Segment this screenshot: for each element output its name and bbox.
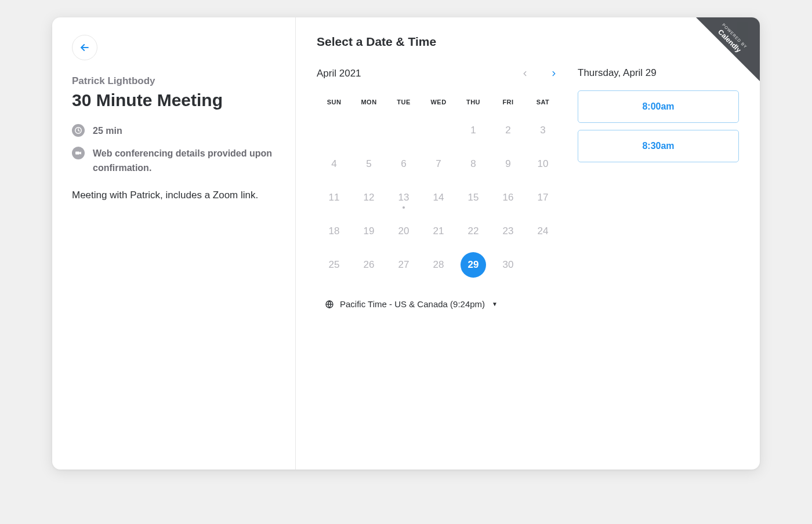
host-name: Patrick Lightbody [72,75,276,87]
duration-row: 25 min [72,124,276,139]
calendar-day[interactable]: 13 [386,181,421,214]
calendar-day-number: 10 [538,158,549,170]
calendar-day-number: 27 [398,259,409,271]
calendar-day[interactable]: 7 [421,147,456,181]
calendar-day[interactable]: 14 [421,181,456,214]
calendar-day-number: 26 [364,259,375,271]
conferencing-row: Web conferencing details provided upon c… [72,147,276,176]
calendar-day[interactable]: 16 [491,181,525,214]
calendar-day-number: 16 [503,192,514,203]
dow-thu: THU [456,93,491,114]
calendar-day-number: 5 [366,158,371,170]
calendar-day-number: 30 [503,259,514,271]
camera-icon [72,147,85,159]
calendar-day[interactable]: 11 [317,181,351,214]
chevron-right-icon [550,70,558,78]
calendar-day[interactable]: 22 [456,214,491,248]
calendar-day[interactable]: 4 [317,147,351,181]
calendar-day-number: 12 [364,192,375,203]
calendar-day-number: 9 [505,158,510,170]
calendar-day[interactable]: 23 [491,214,525,248]
dow-sun: SUN [317,93,351,114]
event-details-panel: Patrick Lightbody 30 Minute Meeting 25 m… [52,17,296,470]
calendar-day-number: 15 [468,192,479,203]
calendar-day-empty [351,114,386,147]
calendar-day[interactable]: 15 [456,181,491,214]
calendar-week: 18192021222324 [317,214,560,248]
calendar-day[interactable]: 17 [525,181,560,214]
calendar-day[interactable]: 3 [525,114,560,147]
time-slot-button[interactable]: 8:30am [578,130,739,162]
calendar-week: 11121314151617 [317,181,560,214]
calendar-day[interactable]: 6 [386,147,421,181]
calendar-day[interactable]: 20 [386,214,421,248]
calendar-day-number: 22 [468,225,479,237]
time-slot-button[interactable]: 8:00am [578,90,739,123]
calendar-day-number: 17 [538,192,549,203]
calendar-day[interactable]: 27 [386,248,421,282]
calendar-day[interactable]: 2 [491,114,525,147]
calendar-day[interactable]: 25 [317,248,351,282]
month-label: April 2021 [317,68,361,79]
svg-rect-2 [75,151,79,154]
month-nav-row: April 2021 [317,67,560,80]
calendar-day[interactable]: 21 [421,214,456,248]
svg-marker-3 [79,151,81,154]
calendar-day-empty [317,114,351,147]
calendar-day-number: 14 [433,192,444,203]
calendar-column: April 2021 SUN MON TUE [317,67,560,309]
calendar-day[interactable]: 26 [351,248,386,282]
calendar-day-number: 28 [433,259,444,271]
calendar-day[interactable]: 9 [491,147,525,181]
conferencing-text: Web conferencing details provided upon c… [93,147,276,176]
calendar-week: 123 [317,114,560,147]
select-date-time-heading: Select a Date & Time [317,35,739,49]
calendar-day-number: 4 [331,158,336,170]
dow-sat: SAT [525,93,560,114]
calendar-day-number: 29 [461,252,486,278]
calendar-day[interactable]: 29 [456,248,491,282]
calendar-day-number: 2 [505,125,510,136]
globe-icon [325,300,334,309]
calendar-day-number: 3 [540,125,545,136]
calendar-week: 252627282930 [317,248,560,282]
calendar-day[interactable]: 28 [421,248,456,282]
next-month-button[interactable] [548,67,560,80]
arrow-left-icon [79,42,90,53]
calendar-day[interactable]: 19 [351,214,386,248]
calendar-day[interactable]: 10 [525,147,560,181]
calendar-day[interactable]: 30 [491,248,525,282]
calendar-day-number: 6 [401,158,406,170]
dow-tue: TUE [386,93,421,114]
calendar-day[interactable]: 12 [351,181,386,214]
event-description: Meeting with Patrick, includes a Zoom li… [72,188,276,203]
calendar-day-empty [525,248,560,282]
calendar-day-empty [386,114,421,147]
date-time-panel: Select a Date & Time April 2021 [296,17,760,470]
caret-down-icon: ▼ [492,301,498,307]
prev-month-button[interactable] [519,67,531,80]
timezone-label: Pacific Time - US & Canada (9:24pm) [340,299,485,309]
dow-wed: WED [421,93,456,114]
calendar-day-number: 1 [470,125,476,136]
timezone-selector[interactable]: Pacific Time - US & Canada (9:24pm) ▼ [317,299,560,309]
calendly-badge-corner [696,17,760,81]
calendar-day[interactable]: 1 [456,114,491,147]
calendar-week: 45678910 [317,147,560,181]
calendar-day-number: 24 [538,225,549,237]
dow-mon: MON [351,93,386,114]
calendar-day[interactable]: 5 [351,147,386,181]
back-button[interactable] [72,35,97,60]
duration-text: 25 min [93,124,122,139]
calendar-day-number: 7 [436,158,441,170]
chevron-left-icon [521,70,529,78]
calendar-day[interactable]: 18 [317,214,351,248]
event-title: 30 Minute Meeting [72,90,276,110]
calendar-day-number: 21 [433,225,444,237]
calendar-day[interactable]: 24 [525,214,560,248]
calendar-day[interactable]: 8 [456,147,491,181]
calendar-day-empty [421,114,456,147]
calendar-day-number: 13 [398,192,409,203]
dow-fri: FRI [491,93,525,114]
calendar-grid: SUN MON TUE WED THU FRI SAT 123456789101… [317,93,560,282]
